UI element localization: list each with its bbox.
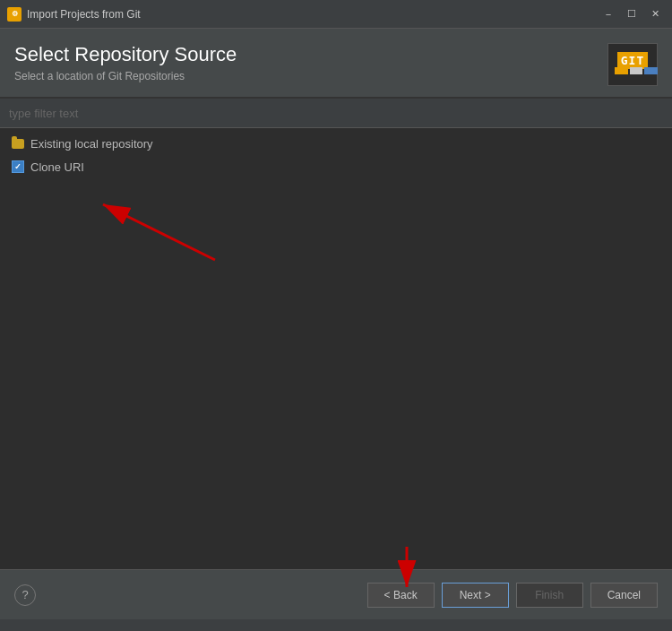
minimize-button[interactable]: −: [599, 6, 618, 22]
filter-bar: [0, 99, 672, 128]
logo-bar-3: [644, 67, 658, 74]
close-button[interactable]: ✕: [645, 6, 665, 22]
header: Select Repository Source Select a locati…: [0, 29, 672, 98]
content-area: Existing local repository Clone URI: [0, 98, 672, 569]
next-button[interactable]: Next >: [442, 583, 509, 608]
existing-local-label: Existing local repository: [30, 137, 153, 151]
folder-icon-shape: [12, 139, 24, 149]
cancel-button[interactable]: Cancel: [590, 583, 658, 608]
footer: ? < Back Next > Finish Cancel: [0, 569, 672, 619]
clone-uri-label: Clone URI: [30, 160, 84, 174]
folder-icon: [11, 136, 25, 151]
dialog-wrapper: ⚙ Import Projects from Git − ☐ ✕ Select …: [0, 0, 672, 631]
footer-buttons: < Back Next > Finish Cancel: [367, 583, 658, 608]
list-item-existing-local[interactable]: Existing local repository: [0, 132, 672, 155]
logo-bar-1: [615, 67, 628, 74]
filter-input[interactable]: [0, 99, 672, 127]
maximize-button[interactable]: ☐: [622, 6, 642, 22]
repository-list: Existing local repository Clone URI: [0, 128, 672, 569]
page-subtitle: Select a location of Git Repositories: [14, 70, 237, 82]
logo-bar-2: [630, 67, 643, 74]
clone-icon-shape: [12, 160, 24, 173]
back-button[interactable]: < Back: [367, 583, 435, 608]
help-button[interactable]: ?: [14, 584, 36, 606]
page-title: Select Repository Source: [14, 43, 237, 66]
header-text: Select Repository Source Select a locati…: [14, 43, 237, 82]
clone-icon: [11, 160, 25, 174]
git-logo: GIT: [607, 43, 658, 86]
title-bar: ⚙ Import Projects from Git − ☐ ✕: [0, 0, 672, 29]
finish-button: Finish: [516, 583, 583, 608]
app-icon: ⚙: [7, 7, 22, 22]
title-bar-text: Import Projects from Git: [27, 8, 599, 21]
list-item-clone-uri[interactable]: Clone URI: [0, 155, 672, 178]
title-bar-controls: − ☐ ✕: [599, 6, 665, 22]
